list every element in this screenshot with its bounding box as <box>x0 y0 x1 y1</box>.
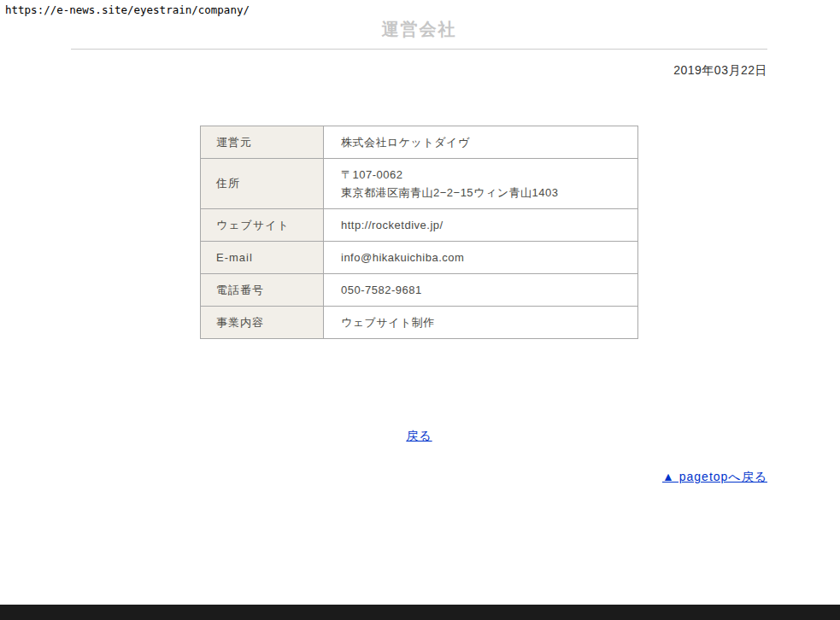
company-info-table: 運営元 株式会社ロケットダイヴ 住所 〒107-0062 東京都港区南青山2−2… <box>200 126 638 339</box>
pagetop-link-row: ▲ pagetopへ戻る <box>71 469 767 485</box>
table-row-value: info@hikakuichiba.com <box>324 242 638 274</box>
table-row-label: 事業内容 <box>201 307 324 339</box>
table-row-label: ウェブサイト <box>201 209 324 242</box>
table-row-business: 事業内容 ウェブサイト制作 <box>201 307 638 339</box>
footer-bar <box>0 605 840 620</box>
table-row-value: ウェブサイト制作 <box>324 307 638 339</box>
table-row-operator: 運営元 株式会社ロケットダイヴ <box>201 126 638 159</box>
table-row-value: 〒107-0062 東京都港区南青山2−2−15ウィン青山1403 <box>324 159 638 209</box>
back-link[interactable]: 戻る <box>406 429 432 442</box>
table-row-label: 運営元 <box>201 126 324 159</box>
table-row-email: E-mail info@hikakuichiba.com <box>201 242 638 274</box>
table-row-value: 株式会社ロケットダイヴ <box>324 126 638 159</box>
back-link-row: 戻る <box>71 428 767 444</box>
table-row-website: ウェブサイト http://rocketdive.jp/ <box>201 209 638 242</box>
table-row-phone: 電話番号 050-7582-9681 <box>201 274 638 307</box>
table-row-value: 050-7582-9681 <box>324 274 638 307</box>
table-row-label: 電話番号 <box>201 274 324 307</box>
table-row-label: E-mail <box>201 242 324 274</box>
publish-date: 2019年03月22日 <box>71 63 767 79</box>
pagetop-link[interactable]: ▲ pagetopへ戻る <box>662 470 767 483</box>
page-content: 運営会社 2019年03月22日 運営元 株式会社ロケットダイヴ 住所 〒107… <box>71 0 767 485</box>
table-row-label: 住所 <box>201 159 324 209</box>
table-row-value: http://rocketdive.jp/ <box>324 209 638 242</box>
table-row-address: 住所 〒107-0062 東京都港区南青山2−2−15ウィン青山1403 <box>201 159 638 209</box>
page-title: 運営会社 <box>71 0 767 50</box>
